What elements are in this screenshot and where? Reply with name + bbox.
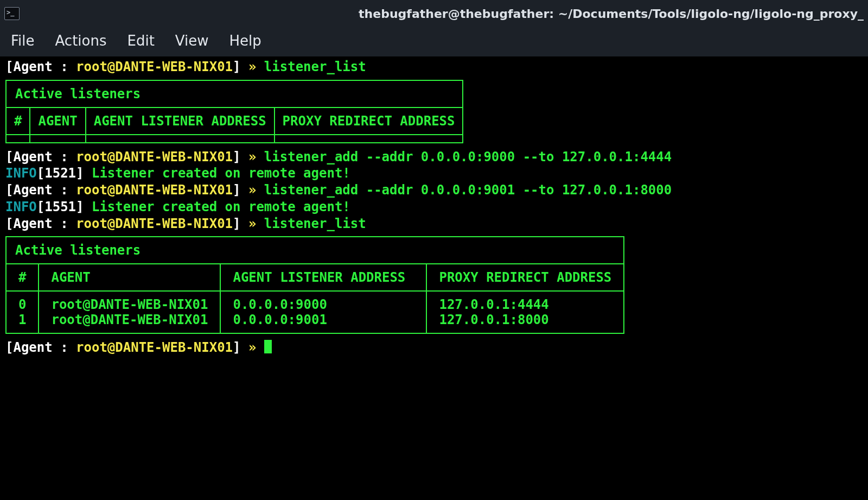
menu-bar: File Actions Edit View Help — [0, 27, 868, 56]
info-code: [1551] — [37, 199, 84, 214]
col-agent: AGENT — [30, 108, 85, 135]
menu-view[interactable]: View — [175, 33, 209, 49]
info-line: INFO[1521] Listener created on remote ag… — [5, 165, 863, 182]
prompt-bracket-open: [ — [5, 59, 13, 74]
cmd-listener-add: listener_add --addr 0.0.0.0:9001 --to 12… — [264, 182, 672, 198]
cmd-listener-list: listener_list — [264, 216, 366, 231]
prompt-bracket-close: ] — [233, 182, 240, 198]
prompt-space — [256, 59, 264, 74]
prompt-arrow: » — [240, 216, 256, 231]
prompt-bracket-close: ] — [233, 149, 240, 164]
cmd-listener-add: listener_add --addr 0.0.0.0:9000 --to 12… — [264, 149, 672, 164]
listeners-table-empty: Active listeners # AGENT AGENT LISTENER … — [5, 80, 463, 143]
menu-edit[interactable]: Edit — [127, 33, 155, 49]
menu-help[interactable]: Help — [229, 33, 261, 49]
cell-agent: root@DANTE-WEB-NIX01 — [39, 291, 220, 312]
table-row: 0 root@DANTE-WEB-NIX01 0.0.0.0:9000 127.… — [7, 291, 623, 312]
col-listener-addr: AGENT LISTENER ADDRESS — [86, 108, 275, 135]
cell-index: 1 — [7, 312, 39, 333]
prompt-space — [256, 216, 264, 231]
cell-listener-addr: 0.0.0.0:9000 — [220, 291, 426, 312]
info-prefix: INFO — [5, 166, 37, 181]
cell-empty — [30, 135, 85, 142]
prompt-line[interactable]: [Agent : root@DANTE-WEB-NIX01] » — [5, 339, 863, 356]
info-prefix: INFO — [5, 199, 37, 214]
terminal-output[interactable]: [Agent : root@DANTE-WEB-NIX01] » listene… — [0, 56, 868, 362]
table-caption: Active listeners — [7, 237, 623, 264]
col-proxy-addr: PROXY REDIRECT ADDRESS — [275, 108, 463, 135]
prompt-arrow: » — [240, 149, 256, 164]
prompt-arrow: » — [240, 340, 256, 355]
prompt-arrow: » — [240, 182, 256, 198]
prompt-label: Agent : — [13, 216, 76, 231]
prompt-agent: root@DANTE-WEB-NIX01 — [76, 59, 233, 74]
info-msg: Listener created on remote agent! — [84, 166, 350, 181]
prompt-agent: root@DANTE-WEB-NIX01 — [76, 182, 233, 198]
cmd-listener-list: listener_list — [264, 59, 366, 74]
prompt-agent: root@DANTE-WEB-NIX01 — [76, 216, 233, 231]
cell-proxy-addr: 127.0.0.1:8000 — [426, 312, 623, 333]
cell-empty — [275, 135, 463, 142]
prompt-line: [Agent : root@DANTE-WEB-NIX01] » listene… — [5, 182, 863, 199]
terminal-icon: >_ — [4, 7, 20, 20]
info-line: INFO[1551] Listener created on remote ag… — [5, 199, 863, 216]
prompt-bracket-close: ] — [233, 340, 240, 355]
info-code: [1521] — [37, 166, 84, 181]
table-row — [7, 135, 462, 142]
cursor-icon — [264, 340, 272, 353]
col-index: # — [7, 264, 39, 291]
table-caption: Active listeners — [7, 81, 462, 108]
prompt-bracket-open: [ — [5, 340, 13, 355]
col-index: # — [7, 108, 30, 135]
table-header-row: # AGENT AGENT LISTENER ADDRESS PROXY RED… — [7, 264, 623, 291]
prompt-line: [Agent : root@DANTE-WEB-NIX01] » listene… — [5, 149, 863, 166]
cell-empty — [86, 135, 275, 142]
cell-empty — [7, 135, 30, 142]
prompt-line: [Agent : root@DANTE-WEB-NIX01] » listene… — [5, 59, 863, 75]
window-titlebar: >_ thebugfather@thebugfather: ~/Document… — [0, 0, 868, 27]
prompt-space — [256, 182, 264, 198]
prompt-bracket-close: ] — [233, 216, 240, 231]
prompt-label: Agent : — [13, 182, 76, 198]
prompt-label: Agent : — [13, 59, 76, 74]
prompt-bracket-open: [ — [5, 149, 13, 164]
prompt-agent: root@DANTE-WEB-NIX01 — [76, 149, 233, 164]
cell-proxy-addr: 127.0.0.1:4444 — [426, 291, 623, 312]
menu-actions[interactable]: Actions — [55, 33, 107, 49]
info-msg: Listener created on remote agent! — [84, 199, 350, 214]
table-header-row: # AGENT AGENT LISTENER ADDRESS PROXY RED… — [7, 108, 462, 135]
cell-listener-addr: 0.0.0.0:9001 — [220, 312, 426, 333]
prompt-agent: root@DANTE-WEB-NIX01 — [76, 340, 233, 355]
prompt-bracket-open: [ — [5, 182, 13, 198]
prompt-space — [256, 149, 264, 164]
prompt-bracket-open: [ — [5, 216, 13, 231]
cell-agent: root@DANTE-WEB-NIX01 — [39, 312, 220, 333]
prompt-space — [256, 340, 264, 355]
listeners-table: Active listeners # AGENT AGENT LISTENER … — [5, 236, 624, 334]
prompt-arrow: » — [240, 59, 256, 74]
col-agent: AGENT — [39, 264, 220, 291]
window-title: thebugfather@thebugfather: ~/Documents/T… — [28, 7, 864, 21]
menu-file[interactable]: File — [11, 33, 35, 49]
table-row: 1 root@DANTE-WEB-NIX01 0.0.0.0:9001 127.… — [7, 312, 623, 333]
prompt-label: Agent : — [13, 340, 76, 355]
col-proxy-addr: PROXY REDIRECT ADDRESS — [426, 264, 623, 291]
prompt-bracket-close: ] — [233, 59, 240, 74]
cell-index: 0 — [7, 291, 39, 312]
col-listener-addr: AGENT LISTENER ADDRESS — [220, 264, 426, 291]
prompt-label: Agent : — [13, 149, 76, 164]
prompt-line: [Agent : root@DANTE-WEB-NIX01] » listene… — [5, 216, 863, 232]
